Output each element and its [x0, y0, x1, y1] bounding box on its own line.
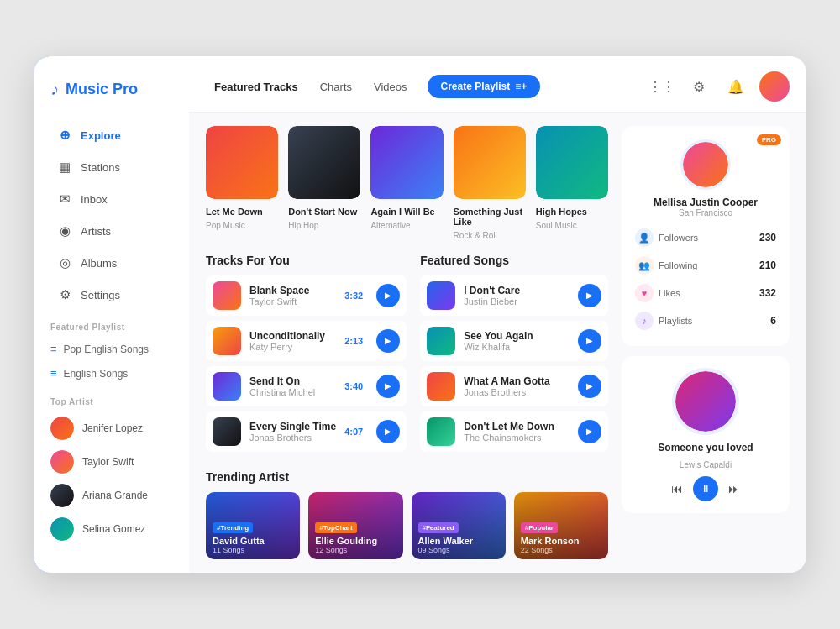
play-button-3[interactable]: ▶: [376, 375, 400, 398]
top-artist-jenifer[interactable]: Jenifer Lopez: [34, 411, 189, 445]
song-i-dont-care[interactable]: I Don't Care Justin Bieber ▶: [420, 275, 608, 316]
track-thumb-3: [370, 126, 443, 198]
track-card-something[interactable]: Something Just Like Rock & Roll: [454, 126, 526, 239]
track-list-unconditionally[interactable]: Unconditionally Katy Perry 2:13 ▶: [206, 321, 407, 361]
content-left: Let Me Down Pop Music Don't Start Now Hi…: [206, 126, 608, 558]
logo-icon: ♪: [50, 80, 59, 99]
tracks-for-you-title: Tracks For You: [206, 254, 407, 267]
trending-row: #Trending David Gutta 11 Songs #TopChart…: [206, 492, 608, 559]
albums-nav[interactable]: ◎ Albums: [40, 248, 182, 278]
headphones-icon: ◉: [57, 223, 72, 238]
avatar-ariana: [50, 484, 74, 507]
playlists-value: 6: [770, 315, 776, 327]
profile-name: Mellisa Justin Cooper: [654, 197, 758, 208]
inbox-nav[interactable]: ✉ Inbox: [40, 184, 182, 214]
nav-videos[interactable]: Videos: [365, 76, 416, 98]
song-dont-let-me-down[interactable]: Don't Let Me Down The Chainsmokers ▶: [420, 411, 608, 452]
play-pause-button[interactable]: ⏸: [693, 476, 718, 501]
user-avatar[interactable]: [759, 71, 790, 102]
track-genre-3: Alternative: [370, 221, 443, 230]
trending-card-allen-walker[interactable]: #Featured Allen Walker 09 Songs: [412, 492, 506, 559]
track-list-name-1: Blank Space: [249, 285, 336, 296]
stat-playlists: ♪ Playlists 6: [635, 309, 776, 333]
song-see-you-again[interactable]: See You Again Wiz Khalifa ▶: [420, 321, 608, 361]
trending-overlay-3: #Featured Allen Walker 09 Songs: [412, 492, 506, 559]
track-list-send-it-on[interactable]: Send It On Christina Michel 3:40 ▶: [206, 366, 407, 406]
play-button-2[interactable]: ▶: [376, 329, 400, 353]
profile-card: PRO Mellisa Justin Cooper San Francisco …: [622, 126, 790, 346]
playlists-label: Playlists: [659, 316, 765, 326]
avatar-taylor: [50, 450, 74, 474]
tracks-for-you-section: Tracks For You Blank Space Taylor Swift …: [206, 254, 407, 457]
track-card-dont-start-now[interactable]: Don't Start Now Hip Hop: [288, 126, 360, 239]
song-what-a-man[interactable]: What A Man Gotta Jonas Brothers ▶: [420, 366, 608, 406]
app-container: ♪ Music Pro ⊕ Explore ▦ Stations ✉ Inbox…: [34, 56, 806, 572]
track-info-unconditionally: Unconditionally Katy Perry: [249, 330, 336, 352]
playlist-icon-2: ≡: [50, 367, 57, 380]
main-header: Featured Tracks Charts Videos Create Pla…: [189, 56, 806, 113]
likes-value: 332: [759, 287, 776, 299]
play-song-3[interactable]: ▶: [578, 375, 601, 398]
next-button[interactable]: ⏭: [728, 482, 740, 495]
play-song-1[interactable]: ▶: [578, 284, 601, 307]
track-list-blank-space[interactable]: Blank Space Taylor Swift 3:32 ▶: [206, 275, 407, 316]
top-artist-title: Top Artist: [34, 385, 189, 411]
play-button-4[interactable]: ▶: [376, 420, 400, 443]
nav-featured-tracks[interactable]: Featured Tracks: [206, 76, 307, 98]
settings-nav[interactable]: ⚙ Settings: [40, 280, 182, 310]
song-name-4: Don't Let Me Down: [464, 421, 570, 432]
trending-name-1: David Gutta: [213, 536, 293, 546]
track-list-artist-1: Taylor Swift: [249, 296, 336, 307]
albums-icon: ◎: [57, 255, 72, 270]
track-card-let-me-down[interactable]: Let Me Down Pop Music: [206, 126, 278, 239]
explore-nav[interactable]: ⊕ Explore: [40, 120, 182, 150]
avatar-jenifer: [50, 417, 74, 440]
song-info-4: Don't Let Me Down The Chainsmokers: [464, 421, 570, 443]
track-card-high-hopes[interactable]: High Hopes Soul Music: [536, 126, 608, 239]
track-genre-5: Soul Music: [536, 221, 608, 230]
stations-label: Stations: [81, 161, 120, 174]
track-genre-4: Rock & Roll: [454, 231, 526, 240]
create-playlist-button[interactable]: Create Playlist ≡+: [428, 75, 541, 98]
settings-button[interactable]: ⚙: [685, 73, 712, 100]
stations-nav[interactable]: ▦ Stations: [40, 152, 182, 182]
now-playing-title: Someone you loved: [658, 442, 753, 453]
avatar-selina: [50, 517, 74, 541]
trending-card-david-gutta[interactable]: #Trending David Gutta 11 Songs: [206, 492, 300, 559]
track-card-again[interactable]: Again I Will Be Alternative: [370, 126, 443, 239]
trending-card-mark-ronson[interactable]: #Popular Mark Ronson 22 Songs: [514, 492, 608, 559]
trending-overlay-4: #Popular Mark Ronson 22 Songs: [514, 492, 608, 559]
play-song-2[interactable]: ▶: [578, 329, 601, 353]
track-list-every-single-time[interactable]: Every Single Time Jonas Brothers 4:07 ▶: [206, 411, 407, 452]
albums-label: Albums: [81, 257, 117, 270]
artists-nav[interactable]: ◉ Artists: [40, 216, 182, 246]
top-artist-selina[interactable]: Selina Gomez: [34, 512, 189, 546]
nav-charts[interactable]: Charts: [312, 76, 360, 98]
prev-button[interactable]: ⏮: [671, 482, 683, 495]
grid-menu-button[interactable]: ⋮⋮: [648, 73, 675, 100]
trending-name-2: Ellie Goulding: [315, 536, 396, 546]
stations-icon: ▦: [57, 160, 72, 175]
top-artist-taylor[interactable]: Taylor Swift: [34, 445, 189, 479]
trending-tag-1: #Trending: [213, 522, 253, 533]
play-song-4[interactable]: ▶: [578, 420, 601, 443]
song-info-2: See You Again Wiz Khalifa: [464, 330, 570, 352]
track-thumb-unconditionally: [213, 327, 241, 355]
profile-avatar: [680, 139, 731, 190]
track-list-name-4: Every Single Time: [249, 421, 336, 432]
content-right: PRO Mellisa Justin Cooper San Francisco …: [622, 126, 790, 558]
playlist-label-1: Pop English Songs: [64, 343, 149, 355]
track-thumb-5: [536, 126, 608, 198]
playlist-item-english[interactable]: ≡ English Songs: [34, 361, 189, 385]
playlist-item-pop[interactable]: ≡ Pop English Songs: [34, 337, 189, 361]
featured-tracks-row: Let Me Down Pop Music Don't Start Now Hi…: [206, 126, 608, 239]
trending-card-ellie-goulding[interactable]: #TopChart Ellie Goulding 12 Songs: [308, 492, 402, 559]
play-button-1[interactable]: ▶: [376, 284, 400, 307]
notifications-button[interactable]: 🔔: [722, 73, 749, 100]
pro-badge: PRO: [757, 134, 781, 145]
featured-playlist-title: Featured Playlist: [34, 311, 189, 337]
player-controls: ⏮ ⏸ ⏭: [671, 476, 740, 501]
top-artist-ariana[interactable]: Ariana Grande: [34, 479, 189, 512]
featured-songs-section: Featured Songs I Don't Care Justin Biebe…: [420, 254, 608, 457]
trending-overlay-2: #TopChart Ellie Goulding 12 Songs: [308, 492, 402, 559]
